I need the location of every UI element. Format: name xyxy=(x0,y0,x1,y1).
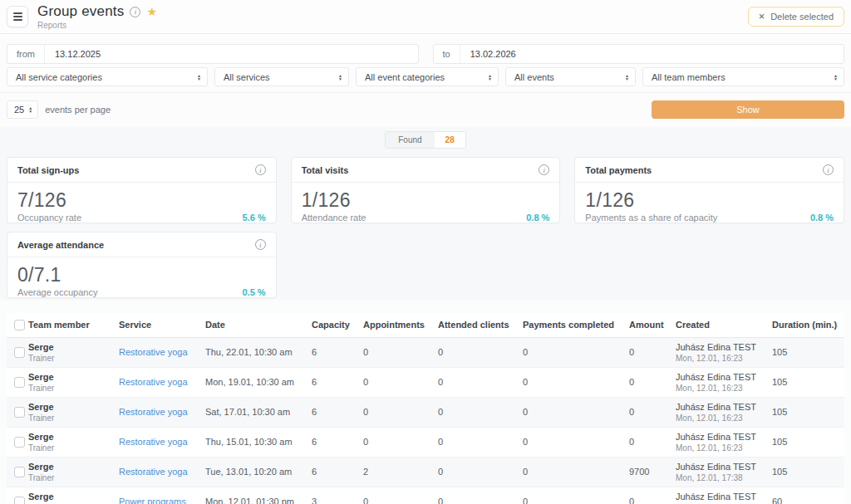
stat-card-average-attendance: Average attendance i 0/7.1 Average occup… xyxy=(7,232,277,298)
page-size-value: 25 xyxy=(14,105,24,115)
results-band: Found 28 Total sign-ups i 7/126 Occupanc… xyxy=(0,127,851,300)
cell-payments-completed: 0 xyxy=(523,397,629,427)
chevron-updown-icon: ▲▼ xyxy=(834,74,838,81)
stat-value: 7/126 xyxy=(17,189,266,212)
service-link[interactable]: Restorative yoga xyxy=(119,467,188,477)
cell-capacity: 6 xyxy=(312,337,363,367)
stat-cards: Total sign-ups i 7/126 Occupancy rate 5.… xyxy=(0,152,851,298)
cell-payments-completed: 0 xyxy=(523,427,629,457)
column-header: Duration (min.) xyxy=(772,313,844,337)
delete-selected-button[interactable]: ✕ Delete selected xyxy=(748,7,844,27)
hamburger-icon xyxy=(13,12,22,14)
info-icon[interactable]: i xyxy=(255,164,266,175)
cell-capacity: 3 xyxy=(312,487,363,504)
info-icon[interactable]: i xyxy=(823,164,834,175)
chevron-updown-icon: ▲▼ xyxy=(488,74,492,81)
service-link[interactable]: Restorative yoga xyxy=(119,347,188,357)
cell-service: Restorative yoga xyxy=(119,397,205,427)
events-table: Team memberServiceDateCapacityAppointmen… xyxy=(7,313,844,504)
cell-payments-completed: 0 xyxy=(523,337,629,367)
page-size-select[interactable]: 25 ▲▼ xyxy=(7,100,38,119)
service-link[interactable]: Restorative yoga xyxy=(119,407,188,417)
cell-duration: 60 xyxy=(772,487,844,504)
date-from-label: from xyxy=(7,45,45,63)
info-icon[interactable]: i xyxy=(539,164,549,175)
cell-created: Juhász Edina TEST Mon, 12.01, 16:23 xyxy=(676,427,772,457)
team-members-select[interactable]: All team members ▲▼ xyxy=(642,67,844,86)
cell-appointments: 0 xyxy=(363,427,438,457)
cell-service: Power programs xyxy=(119,487,205,504)
date-from-input[interactable]: from 13.12.2025 xyxy=(7,44,419,64)
found-badge: Found 28 xyxy=(385,131,465,149)
page-title: Group events xyxy=(37,3,124,20)
cell-service: Restorative yoga xyxy=(119,427,205,457)
favorite-star-icon[interactable]: ★ xyxy=(146,6,157,17)
stat-card-total-signups: Total sign-ups i 7/126 Occupancy rate 5.… xyxy=(7,157,277,223)
cell-created: Juhász Edina TEST Mon, 12.01, 16:23 xyxy=(676,367,772,397)
menu-toggle-button[interactable] xyxy=(7,6,28,27)
row-checkbox[interactable] xyxy=(14,407,25,418)
service-categories-select[interactable]: All service categories ▲▼ xyxy=(7,67,208,86)
row-checkbox[interactable] xyxy=(14,347,25,358)
chevron-updown-icon: ▲▼ xyxy=(197,74,201,81)
row-checkbox[interactable] xyxy=(14,377,25,388)
stat-value: 1/126 xyxy=(302,189,550,212)
cell-team-member: Serge Trainer xyxy=(28,367,119,397)
cell-created: Juhász Edina TEST Mon, 12.01, 17:38 xyxy=(676,457,772,487)
service-link[interactable]: Power programs xyxy=(119,497,186,504)
service-link[interactable]: Restorative yoga xyxy=(119,377,188,387)
cell-attended-clients: 0 xyxy=(438,337,523,367)
date-to-input[interactable]: to 13.02.2026 xyxy=(433,44,845,64)
row-checkbox[interactable] xyxy=(14,497,25,504)
chevron-updown-icon: ▲▼ xyxy=(338,74,342,81)
cell-appointments: 0 xyxy=(363,487,438,504)
row-checkbox[interactable] xyxy=(14,437,25,448)
cell-amount: 9700 xyxy=(629,457,676,487)
filters-panel: from 13.12.2025 to 13.02.2026 All servic… xyxy=(0,34,851,127)
stat-percent: 5.6 % xyxy=(243,213,266,223)
cell-created: Juhász Edina TEST Mon, 12.01, 16:23 xyxy=(676,397,772,427)
cell-created: Juhász Edina TEST Mon, 12.01, 16:23 xyxy=(676,337,772,367)
row-checkbox[interactable] xyxy=(14,467,25,477)
cell-duration: 105 xyxy=(772,457,844,487)
column-header: Appointments xyxy=(363,313,438,337)
stat-card-total-visits: Total visits i 1/126 Attendance rate 0.8… xyxy=(291,157,561,223)
service-link[interactable]: Restorative yoga xyxy=(119,437,188,447)
stat-percent: 0.8 % xyxy=(810,213,834,223)
cell-attended-clients: 0 xyxy=(438,487,523,504)
cell-payments-completed: 0 xyxy=(523,487,629,504)
title-info-icon[interactable]: i xyxy=(130,7,140,17)
title-block: Group events i ★ Reports xyxy=(37,3,157,30)
close-icon: ✕ xyxy=(759,12,765,21)
services-select[interactable]: All services ▲▼ xyxy=(214,67,349,86)
cell-duration: 105 xyxy=(772,337,844,367)
show-button[interactable]: Show xyxy=(652,100,844,119)
cell-team-member: Serge Trainer xyxy=(28,427,119,457)
column-header: Service xyxy=(119,313,205,337)
stat-value: 1/126 xyxy=(585,189,834,212)
select-all-checkbox[interactable] xyxy=(14,320,25,330)
info-icon[interactable]: i xyxy=(255,239,266,250)
cell-date: Mon, 19.01, 10:30 am xyxy=(205,367,312,397)
date-from-value: 13.12.2025 xyxy=(45,49,101,59)
cell-attended-clients: 0 xyxy=(438,457,523,487)
table-row: Serge Trainer Restorative yoga Mon, 19.0… xyxy=(7,367,844,397)
column-header: Payments completed xyxy=(523,313,629,337)
column-header: Amount xyxy=(629,313,676,337)
table-row: Serge Trainer Power programs Mon, 12.01,… xyxy=(7,487,844,504)
cell-team-member: Serge Trainer xyxy=(28,397,119,427)
cell-capacity: 6 xyxy=(312,457,363,487)
cell-amount: 0 xyxy=(629,487,676,504)
cell-service: Restorative yoga xyxy=(119,457,205,487)
breadcrumb: Reports xyxy=(37,21,157,30)
column-header: Capacity xyxy=(312,313,363,337)
chevron-updown-icon: ▲▼ xyxy=(28,106,32,113)
event-categories-select[interactable]: All event categories ▲▼ xyxy=(356,67,499,86)
cell-date: Mon, 12.01, 01:30 pm xyxy=(205,487,312,504)
cell-duration: 105 xyxy=(772,427,844,457)
cell-appointments: 2 xyxy=(363,457,438,487)
cell-duration: 105 xyxy=(772,397,844,427)
table-row: Serge Trainer Restorative yoga Sat, 17.0… xyxy=(7,397,844,427)
cell-capacity: 6 xyxy=(312,397,363,427)
events-select[interactable]: All events ▲▼ xyxy=(505,67,636,86)
